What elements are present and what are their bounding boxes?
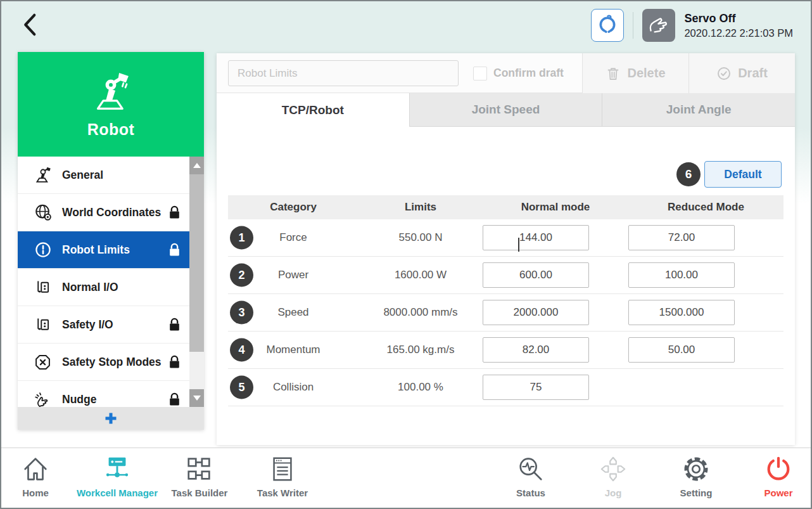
nav-power[interactable]: Power (731, 454, 812, 498)
item-name-input[interactable] (228, 60, 459, 86)
limits-icon (33, 240, 53, 260)
tcp-robot-content: 6 Default Category Limits Normal mode Re… (217, 127, 795, 445)
nav-label: Task Builder (172, 487, 228, 498)
momentum-reduced-input[interactable] (628, 337, 735, 363)
confirm-draft-label: Confirm draft (493, 67, 564, 80)
sidebar-item-label: Normal I/O (62, 281, 118, 294)
nav-task-writer[interactable]: Task Writer (235, 454, 330, 498)
power-reduced-input[interactable] (628, 262, 735, 288)
tab-joint-angle[interactable]: Joint Angle (602, 93, 795, 127)
status-icon (516, 454, 545, 484)
speed-normal-input[interactable] (483, 300, 589, 325)
main-panel: Confirm draft Delete Draft TCP/Robot Joi… (217, 53, 795, 445)
bottom-navigation: Home Workcell Manager Task Builder Task … (1, 448, 811, 508)
col-header-category: Category (228, 201, 358, 214)
table-row-power: 2 Power 1600.00 W (228, 257, 783, 294)
collision-normal-input[interactable] (483, 375, 589, 400)
scrollbar-thumb[interactable] (189, 174, 204, 352)
delete-button[interactable]: Delete (582, 53, 688, 93)
sidebar-item-label: Robot Limits (62, 243, 130, 257)
power-normal-input[interactable] (483, 262, 589, 288)
sidebar-item-label: Safety Stop Modes (62, 356, 162, 369)
sidebar-item-label: General (62, 169, 103, 182)
callout-badge-6: 6 (676, 162, 701, 186)
sidebar-item-safety-stop-modes[interactable]: Safety Stop Modes (18, 344, 204, 381)
limit-cell: 1600.00 W (358, 269, 483, 281)
momentum-normal-input[interactable] (483, 337, 589, 363)
tab-joint-speed[interactable]: Joint Speed (409, 93, 602, 127)
table-row-momentum: 4 Momentum 165.00 kg.m/s (228, 332, 783, 369)
sidebar: Robot General World Coordinates (18, 52, 204, 430)
status-cluster: Servo Off 2020.12.22 2:21:03 PM (591, 6, 793, 44)
sidebar-item-label: World Coordinates (62, 206, 161, 219)
default-button[interactable]: Default (704, 161, 782, 188)
power-icon (764, 454, 793, 484)
nav-label: Setting (680, 487, 713, 498)
nav-label: Task Writer (257, 487, 308, 498)
sidebar-item-nudge[interactable]: Nudge (18, 381, 204, 407)
force-reduced-input[interactable] (628, 225, 735, 250)
triangle-down-icon (193, 396, 201, 401)
nav-label: Workcell Manager (77, 487, 158, 498)
task-writer-icon (268, 454, 297, 484)
nav-status[interactable]: Status (483, 454, 578, 498)
io-icon (33, 278, 53, 297)
force-normal-input[interactable] (483, 225, 589, 250)
speed-reduced-input[interactable] (628, 300, 735, 325)
item-toolbar: Confirm draft Delete Draft (217, 53, 795, 93)
nudge-hand-icon (33, 390, 53, 408)
scroll-down-button[interactable] (189, 389, 204, 407)
sidebar-menu: General World Coordinates Robot Limits (18, 157, 204, 407)
sidebar-scrollbar[interactable] (189, 157, 204, 407)
lock-icon (168, 243, 181, 257)
hand-mode-button[interactable] (642, 9, 675, 42)
tab-tcp-robot[interactable]: TCP/Robot (217, 93, 409, 127)
confirm-draft-checkbox[interactable] (473, 67, 487, 81)
gripper-button[interactable] (591, 9, 624, 42)
col-header-normal-mode: Normal mode (483, 201, 628, 214)
add-workcell-item-button[interactable] (18, 407, 204, 430)
hand-gesture-icon (647, 13, 671, 37)
workcell-icon (103, 454, 132, 484)
table-row-speed: 3 Speed 8000.000 mm/s (228, 294, 783, 332)
globe-icon (33, 203, 53, 222)
nav-jog[interactable]: Jog (566, 454, 661, 498)
scroll-up-button[interactable] (189, 157, 204, 174)
robot-arm-icon (33, 165, 53, 185)
task-builder-icon (185, 454, 214, 484)
callout-badge-5: 5 (230, 376, 253, 399)
sidebar-robot-header[interactable]: Robot (18, 52, 204, 157)
lock-icon (168, 318, 181, 332)
nav-task-builder[interactable]: Task Builder (152, 454, 247, 498)
draft-button[interactable]: Draft (688, 53, 795, 93)
lock-icon (168, 392, 181, 407)
callout-badge-2: 2 (230, 264, 253, 287)
callout-badge-4: 4 (230, 338, 253, 362)
nav-setting[interactable]: Setting (649, 454, 744, 498)
sidebar-item-world-coordinates[interactable]: World Coordinates (18, 194, 204, 231)
teach-pendant-screen: Servo Off 2020.12.22 2:21:03 PM Robot Ge… (0, 0, 812, 509)
sidebar-item-normal-io[interactable]: Normal I/O (18, 269, 204, 306)
lock-icon (168, 355, 181, 370)
text-cursor (518, 238, 519, 252)
sidebar-item-safety-io[interactable]: Safety I/O (18, 306, 204, 344)
callout-badge-3: 3 (230, 301, 253, 325)
stop-circle-icon (33, 352, 53, 372)
table-header-row: Category Limits Normal mode Reduced Mode (228, 195, 783, 219)
back-button[interactable] (18, 10, 47, 39)
sidebar-item-robot-limits[interactable]: Robot Limits (18, 231, 204, 269)
back-arrow-icon (18, 11, 44, 38)
table-row-force: 1 Force 550.00 N (228, 219, 783, 257)
table-row-collision: 5 Collision 100.00 % (228, 369, 783, 406)
sidebar-item-general[interactable]: General (18, 157, 204, 194)
trash-icon (606, 66, 621, 81)
servo-status: Servo Off (684, 12, 793, 25)
io-icon (33, 315, 53, 335)
home-icon (21, 454, 50, 484)
nav-workcell-manager[interactable]: Workcell Manager (70, 454, 165, 498)
draft-label: Draft (738, 66, 768, 81)
jog-icon (599, 454, 628, 484)
limit-cell: 8000.000 mm/s (358, 306, 483, 319)
nav-label: Home (22, 487, 49, 498)
triangle-up-icon (193, 163, 201, 168)
